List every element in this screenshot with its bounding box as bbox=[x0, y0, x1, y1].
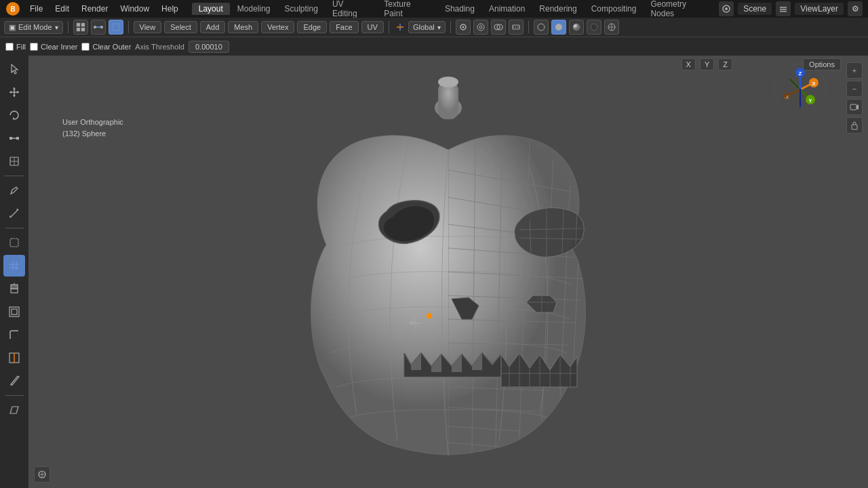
fill-checkbox-label[interactable]: Fill bbox=[5, 43, 26, 51]
edge-btn[interactable]: Edge bbox=[297, 21, 327, 33]
menu-help[interactable]: Help bbox=[156, 3, 184, 15]
transform-tool-icon[interactable] bbox=[3, 150, 25, 172]
uv-btn[interactable]: UV bbox=[361, 21, 384, 33]
options-btn[interactable]: Options bbox=[803, 58, 841, 70]
proportional-icon-btn[interactable] bbox=[473, 20, 488, 35]
viewport-navigation-btn[interactable] bbox=[34, 466, 50, 483]
main-viewport[interactable]: User Orthographic (132) Sphere X Y Z Opt… bbox=[28, 56, 868, 488]
clear-outer-checkbox-label[interactable]: Clear Outer bbox=[81, 43, 131, 51]
measure-tool-icon[interactable] bbox=[3, 203, 25, 224]
tab-shading[interactable]: Shading bbox=[438, 3, 481, 15]
material-shading-btn[interactable] bbox=[569, 20, 584, 35]
solid-shading-btn[interactable] bbox=[551, 20, 566, 35]
svg-point-25 bbox=[538, 24, 545, 30]
viewport-bottom-controls bbox=[34, 466, 50, 483]
y-constraint-btn[interactable]: Y bbox=[700, 58, 714, 70]
x-constraint-btn[interactable]: X bbox=[682, 58, 696, 70]
svg-line-45 bbox=[10, 209, 18, 218]
clear-inner-checkbox-label[interactable]: Clear Inner bbox=[30, 43, 77, 51]
engine-settings-icon[interactable]: ⚙ bbox=[848, 1, 863, 16]
shear-tool-icon[interactable] bbox=[3, 399, 25, 421]
tab-modeling[interactable]: Modeling bbox=[231, 3, 277, 15]
knife-tool-icon[interactable] bbox=[3, 370, 25, 392]
svg-marker-37 bbox=[17, 91, 19, 94]
sidebar-divider-1 bbox=[5, 176, 24, 176]
fill-checkbox[interactable] bbox=[5, 43, 14, 51]
select-tool-icon[interactable] bbox=[3, 232, 25, 253]
wireframe-shading-btn[interactable] bbox=[534, 20, 549, 35]
select-btn[interactable]: Select bbox=[164, 21, 197, 33]
tab-layout[interactable]: Layout bbox=[192, 3, 230, 15]
top-right-area: Scene ViewLayer ⚙ bbox=[719, 1, 863, 16]
svg-rect-48 bbox=[10, 239, 18, 247]
extrude-tool-icon[interactable] bbox=[3, 278, 25, 300]
menu-edit[interactable]: Edit bbox=[50, 3, 75, 15]
add-btn[interactable]: Add bbox=[200, 21, 226, 33]
scene-icon[interactable] bbox=[719, 1, 734, 16]
lock-btn[interactable] bbox=[846, 117, 863, 134]
svg-rect-14 bbox=[113, 24, 119, 30]
xray-icon-btn[interactable] bbox=[509, 20, 524, 35]
bevel-tool-icon[interactable] bbox=[3, 324, 25, 346]
vertex-btn[interactable]: Vertex bbox=[261, 21, 294, 33]
menu-file[interactable]: File bbox=[24, 3, 48, 15]
clear-outer-checkbox[interactable] bbox=[81, 43, 90, 51]
tab-uv-editing[interactable]: UV Editing bbox=[326, 0, 376, 20]
face-btn[interactable]: Face bbox=[330, 21, 358, 33]
scene-selector[interactable]: Scene bbox=[738, 3, 772, 15]
mode-dropdown[interactable]: ▣ Edit Mode bbox=[4, 21, 63, 34]
zoom-in-btn[interactable]: + bbox=[846, 62, 863, 79]
separator3 bbox=[389, 21, 389, 33]
svg-rect-8 bbox=[81, 23, 85, 26]
annotate-tool-icon[interactable] bbox=[3, 180, 25, 201]
menu-render[interactable]: Render bbox=[76, 3, 113, 15]
rendered-shading-btn[interactable] bbox=[587, 20, 601, 35]
overlay-icon-btn[interactable] bbox=[491, 20, 506, 35]
blender-logo[interactable]: B bbox=[5, 1, 20, 16]
svg-rect-10 bbox=[81, 28, 85, 31]
transform-dropdown[interactable]: Global bbox=[408, 21, 446, 33]
mesh-btn[interactable]: Mesh bbox=[228, 21, 258, 33]
svg-point-20 bbox=[479, 26, 482, 28]
tab-sculpting[interactable]: Sculpting bbox=[278, 3, 325, 15]
sidebar-divider-3 bbox=[5, 395, 24, 396]
scale-tool-icon[interactable] bbox=[3, 127, 25, 149]
svg-point-18 bbox=[462, 26, 464, 28]
move-tool-icon[interactable] bbox=[3, 81, 25, 103]
navigation-gizmo[interactable]: X Y Z -X bbox=[773, 62, 827, 117]
tab-animation[interactable]: Animation bbox=[482, 3, 532, 15]
axis-threshold-input[interactable]: 0.00010 bbox=[189, 41, 229, 53]
xyz-display-area: X Y Z bbox=[682, 58, 732, 70]
rotate-tool-icon[interactable] bbox=[3, 104, 25, 126]
z-constraint-btn[interactable]: Z bbox=[718, 58, 732, 70]
rendered-full-btn[interactable] bbox=[604, 20, 619, 35]
cursor-tool-icon[interactable] bbox=[3, 58, 25, 80]
loop-cut-tool-icon[interactable] bbox=[3, 347, 25, 369]
snap-icon-btn[interactable] bbox=[456, 20, 471, 35]
mesh-edit-tool-icon[interactable] bbox=[3, 255, 25, 277]
vertex-mode-btn[interactable] bbox=[73, 20, 88, 35]
edge-mode-btn[interactable] bbox=[91, 20, 106, 35]
clear-inner-checkbox[interactable] bbox=[30, 43, 38, 51]
left-sidebar bbox=[0, 56, 28, 488]
camera-btn[interactable] bbox=[846, 99, 863, 115]
tab-texture-paint[interactable]: Texture Paint bbox=[377, 0, 437, 20]
svg-rect-9 bbox=[77, 28, 80, 31]
view-layer-icon[interactable] bbox=[776, 1, 791, 16]
view-layer-selector[interactable]: ViewLayer bbox=[795, 3, 844, 15]
inset-tool-icon[interactable] bbox=[3, 301, 25, 323]
svg-rect-6 bbox=[780, 11, 787, 12]
svg-text:Y: Y bbox=[808, 98, 812, 104]
view-btn[interactable]: View bbox=[134, 21, 162, 33]
workspace-tabs: Layout Modeling Sculpting UV Editing Tex… bbox=[192, 0, 717, 20]
face-mode-btn[interactable] bbox=[108, 20, 123, 35]
svg-marker-34 bbox=[13, 87, 16, 89]
menu-window[interactable]: Window bbox=[115, 3, 155, 15]
tab-rendering[interactable]: Rendering bbox=[532, 3, 583, 15]
tab-compositing[interactable]: Compositing bbox=[585, 3, 644, 15]
tab-geometry-nodes[interactable]: Geometry Nodes bbox=[644, 0, 717, 20]
svg-rect-5 bbox=[780, 9, 787, 10]
svg-point-27 bbox=[573, 24, 580, 30]
right-mini-toolbar: + − bbox=[846, 62, 863, 134]
zoom-out-btn[interactable]: − bbox=[846, 81, 863, 97]
